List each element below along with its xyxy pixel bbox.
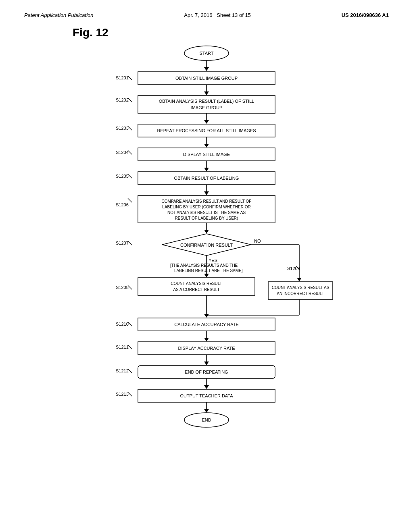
svg-text:CALCULATE ACCURACY RATE: CALCULATE ACCURACY RATE	[174, 322, 239, 327]
svg-text:S1213: S1213	[116, 392, 129, 397]
page: Patent Application Publication Apr. 7, 2…	[0, 0, 413, 532]
svg-marker-34	[204, 191, 209, 195]
svg-text:COMPARE ANALYSIS RESULT AND RE: COMPARE ANALYSIS RESULT AND RESULT OF	[162, 199, 252, 204]
header-patent-number: US 2016/098636 A1	[342, 12, 389, 18]
svg-marker-3	[204, 67, 209, 71]
svg-text:[THE ANALYSIS RESULTS AND THE: [THE ANALYSIS RESULTS AND THE	[170, 263, 238, 268]
svg-rect-57	[268, 282, 333, 299]
svg-marker-94	[204, 409, 209, 413]
svg-text:S1201: S1201	[116, 75, 129, 80]
svg-marker-43	[204, 230, 209, 233]
svg-text:S1210: S1210	[116, 322, 129, 326]
svg-text:S1206: S1206	[116, 202, 129, 207]
svg-text:S1202: S1202	[116, 98, 129, 102]
svg-text:OBTAIN STILL IMAGE GROUP: OBTAIN STILL IMAGE GROUP	[175, 76, 238, 81]
svg-text:OBTAIN RESULT OF LABELING: OBTAIN RESULT OF LABELING	[174, 176, 239, 181]
svg-marker-9	[204, 91, 209, 95]
svg-marker-82	[204, 362, 209, 365]
svg-text:AN INCORRECT RESULT: AN INCORRECT RESULT	[277, 291, 324, 296]
svg-text:IMAGE GROUP: IMAGE GROUP	[191, 105, 223, 110]
svg-text:NO: NO	[254, 239, 261, 243]
svg-text:REPEAT PROCESSING FOR ALL STIL: REPEAT PROCESSING FOR ALL STILL IMAGES	[157, 128, 256, 133]
svg-text:COUNT ANALYSIS RESULT: COUNT ANALYSIS RESULT	[171, 281, 222, 286]
svg-text:COUNT ANALYSIS RESULT AS: COUNT ANALYSIS RESULT AS	[272, 285, 330, 290]
svg-text:S1211: S1211	[116, 345, 129, 349]
header: Patent Application Publication Apr. 7, 2…	[16, 8, 397, 26]
svg-text:RESULT OF LABELING BY USER): RESULT OF LABELING BY USER)	[175, 216, 238, 220]
flowchart-svg: START S1201 OBTAIN STILL IMAGE GROUP S12…	[49, 41, 364, 484]
svg-text:S1204: S1204	[116, 150, 129, 155]
svg-text:S1207: S1207	[116, 241, 129, 245]
svg-marker-70	[204, 314, 209, 318]
svg-text:CONFIRMATION RESULT: CONFIRMATION RESULT	[180, 243, 233, 247]
svg-text:LABELING RESULT ARE THE SAME]: LABELING RESULT ARE THE SAME]	[174, 268, 243, 273]
svg-text:S1208: S1208	[116, 285, 129, 290]
svg-rect-64	[138, 278, 255, 295]
svg-text:YES: YES	[209, 258, 217, 263]
svg-marker-16	[204, 120, 209, 124]
svg-marker-28	[204, 168, 209, 171]
header-date-sheet: Apr. 7, 2016 Sheet 13 of 15	[184, 12, 251, 18]
svg-text:LABELING BY USER (CONFIRM WHET: LABELING BY USER (CONFIRM WHETHER OR	[162, 205, 250, 209]
header-publication: Patent Application Publication	[24, 12, 94, 18]
svg-text:S1212: S1212	[116, 368, 129, 373]
figure-label: Fig. 12	[73, 26, 108, 39]
svg-text:END OF REPEATING: END OF REPEATING	[185, 370, 228, 374]
svg-text:END: END	[202, 418, 211, 422]
svg-marker-61	[204, 274, 209, 277]
svg-text:NOT ANALYSIS RESULT IS THE SAM: NOT ANALYSIS RESULT IS THE SAME AS	[167, 210, 246, 215]
svg-text:START: START	[199, 51, 213, 56]
svg-text:OUTPUT TEACHER DATA: OUTPUT TEACHER DATA	[180, 393, 233, 398]
svg-marker-56	[297, 278, 302, 281]
svg-text:S1209: S1209	[287, 266, 300, 271]
svg-marker-88	[204, 385, 209, 389]
svg-rect-12	[138, 96, 275, 113]
svg-marker-76	[204, 338, 209, 341]
svg-text:S1205: S1205	[116, 174, 129, 179]
svg-text:S1203: S1203	[116, 126, 129, 131]
svg-line-36	[128, 198, 132, 202]
svg-text:OBTAIN ANALYSIS RESULT (LABEL): OBTAIN ANALYSIS RESULT (LABEL) OF STILL	[159, 99, 254, 104]
svg-text:DISPLAY STILL IMAGE: DISPLAY STILL IMAGE	[183, 152, 230, 157]
svg-marker-22	[204, 144, 209, 148]
svg-text:DISPLAY ACCURACY RATE: DISPLAY ACCURACY RATE	[178, 346, 235, 351]
svg-text:AS A CORRECT RESULT: AS A CORRECT RESULT	[173, 287, 219, 292]
